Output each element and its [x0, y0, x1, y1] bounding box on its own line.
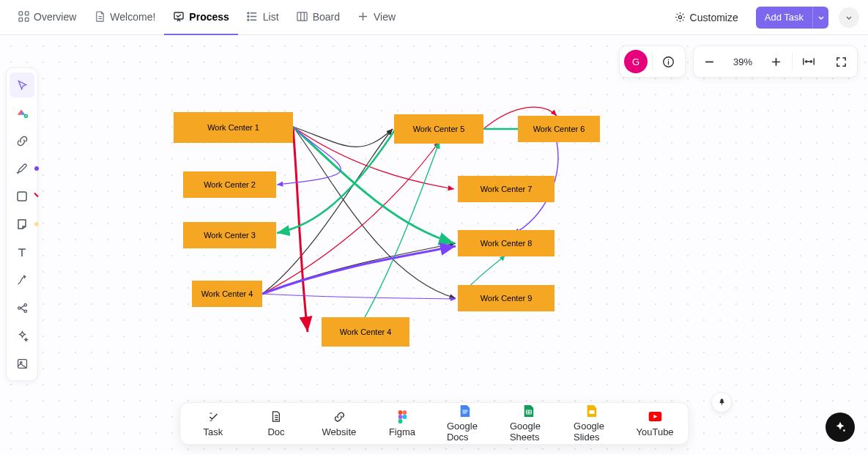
shape-color-indicator: [34, 193, 38, 197]
zoom-controls: 39%: [693, 45, 858, 78]
tool-shape[interactable]: [10, 184, 34, 209]
tab-label: View: [374, 11, 396, 23]
pen-color-indicator: [34, 166, 39, 171]
tab-process[interactable]: Process: [164, 0, 237, 35]
svg-rect-1: [25, 12, 29, 15]
svg-point-19: [402, 410, 407, 415]
svg-point-7: [248, 19, 249, 21]
node-wc9[interactable]: Work Center 9: [458, 285, 554, 311]
tab-list[interactable]: List: [238, 0, 288, 35]
node-wc1[interactable]: Work Center 1: [174, 112, 293, 143]
svg-point-14: [24, 310, 26, 312]
plus-icon: [357, 11, 369, 23]
presence-bar: G: [619, 45, 686, 78]
insert-doc[interactable]: Doc: [258, 410, 294, 437]
tab-label: Process: [189, 11, 229, 23]
node-wc3[interactable]: Work Center 3: [183, 222, 276, 248]
add-task-label: Add Task: [756, 12, 812, 23]
gslides-icon: [585, 404, 598, 418]
left-toolbar: [6, 67, 38, 381]
task-icon: [207, 410, 220, 423]
tab-label: Overview: [34, 11, 76, 23]
fit-width-button[interactable]: [793, 45, 825, 78]
sticky-color-indicator: [34, 222, 39, 226]
board-icon: [297, 11, 308, 23]
svg-point-9: [678, 15, 681, 18]
node-wc4b[interactable]: Work Center 4: [322, 317, 409, 347]
node-wc7[interactable]: Work Center 7: [458, 176, 554, 202]
zoom-out-button[interactable]: [694, 45, 726, 78]
svg-point-13: [24, 303, 26, 306]
svg-point-5: [248, 12, 249, 14]
svg-point-22: [398, 419, 402, 423]
tool-text[interactable]: [10, 240, 34, 265]
zoom-in-button[interactable]: [760, 45, 792, 78]
insert-gsheets[interactable]: Google Sheets: [510, 404, 547, 443]
node-wc4a[interactable]: Work Center 4: [192, 281, 262, 307]
svg-rect-0: [18, 12, 22, 15]
svg-point-21: [402, 415, 407, 419]
customize-button[interactable]: Customize: [667, 12, 746, 23]
svg-rect-3: [25, 18, 29, 21]
node-wc8[interactable]: Work Center 8: [458, 230, 554, 256]
tab-add-view[interactable]: View: [349, 0, 404, 35]
grid-icon: [18, 11, 29, 23]
insert-website[interactable]: Website: [321, 410, 357, 437]
link-icon: [333, 410, 346, 423]
svg-point-12: [18, 306, 20, 308]
add-task-button[interactable]: Add Task: [756, 7, 828, 29]
figma-icon: [396, 410, 409, 423]
pin-toolbar-button[interactable]: [711, 392, 732, 413]
gdocs-icon: [459, 404, 472, 418]
node-wc6[interactable]: Work Center 6: [518, 116, 600, 142]
node-wc5[interactable]: Work Center 5: [394, 114, 483, 144]
node-wc2[interactable]: Work Center 2: [183, 171, 276, 198]
tool-link[interactable]: [10, 128, 34, 153]
list-icon: [247, 11, 259, 23]
tool-pen[interactable]: [10, 156, 34, 181]
tool-connector[interactable]: [10, 267, 34, 292]
insert-gslides[interactable]: Google Slides: [574, 404, 610, 443]
insert-figma[interactable]: Figma: [384, 410, 420, 437]
svg-rect-11: [18, 192, 26, 201]
svg-point-6: [248, 16, 249, 18]
insert-bar: Task Doc Website Figma Google Docs Googl…: [179, 402, 689, 445]
chevron-down-icon[interactable]: [812, 7, 828, 29]
whiteboard-icon: [173, 11, 185, 23]
tool-magic[interactable]: [10, 323, 34, 348]
svg-point-20: [398, 415, 402, 419]
tool-image[interactable]: [10, 351, 34, 376]
svg-rect-8: [297, 12, 307, 21]
ai-fab-button[interactable]: [826, 413, 855, 442]
insert-gdocs[interactable]: Google Docs: [447, 404, 483, 443]
tab-label: Board: [313, 11, 340, 23]
tab-label: List: [263, 11, 279, 23]
tool-select[interactable]: [10, 73, 34, 97]
more-menu-button[interactable]: [839, 7, 859, 28]
tool-diagram[interactable]: [10, 295, 34, 320]
svg-point-18: [398, 410, 402, 415]
tool-sticky[interactable]: [10, 212, 34, 237]
gsheets-icon: [522, 404, 535, 418]
insert-task[interactable]: Task: [195, 410, 231, 437]
customize-label: Customize: [690, 12, 738, 23]
tool-ai[interactable]: [10, 100, 34, 125]
avatar[interactable]: G: [624, 50, 648, 73]
doc-template-icon: [94, 11, 105, 23]
svg-rect-23: [590, 410, 595, 414]
tab-overview[interactable]: Overview: [9, 0, 85, 35]
doc-icon: [270, 410, 283, 423]
insert-youtube[interactable]: YouTube: [637, 410, 673, 437]
youtube-icon: [648, 410, 661, 423]
tab-board[interactable]: Board: [288, 0, 349, 35]
svg-point-25: [843, 429, 845, 432]
zoom-level: 39%: [726, 56, 760, 67]
gear-icon: [675, 12, 686, 23]
tab-welcome[interactable]: Welcome!: [85, 0, 164, 35]
tab-label: Welcome!: [110, 11, 155, 23]
svg-rect-2: [18, 18, 22, 21]
info-button[interactable]: [653, 45, 685, 78]
fullscreen-button[interactable]: [825, 45, 857, 78]
